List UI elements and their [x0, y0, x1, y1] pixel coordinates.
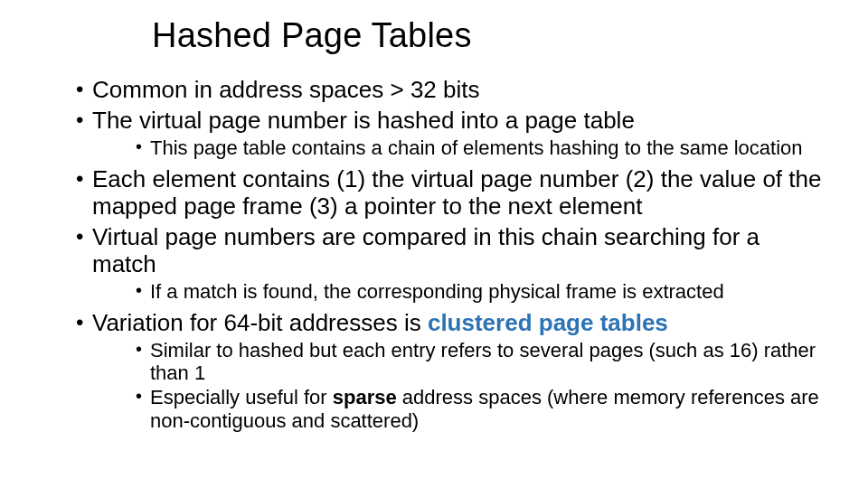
bullet-subitem: This page table contains a chain of elem…	[136, 136, 825, 159]
bullet-list-level2: If a match is found, the corresponding p…	[92, 280, 825, 303]
slide: Hashed Page Tables Common in address spa…	[0, 0, 868, 488]
bullet-item: Each element contains (1) the virtual pa…	[76, 166, 825, 221]
bullet-subtext: Especially useful for	[150, 386, 333, 408]
bullet-item: Variation for 64-bit addresses is cluste…	[76, 310, 825, 432]
bullet-item: The virtual page number is hashed into a…	[76, 108, 825, 159]
highlighted-term: clustered page tables	[428, 309, 668, 336]
bullet-subitem: Especially useful for sparse address spa…	[136, 386, 825, 432]
bullet-text: Variation for 64-bit addresses is	[92, 309, 428, 336]
slide-title: Hashed Page Tables	[152, 16, 825, 55]
bullet-list-level2: Similar to hashed but each entry refers …	[92, 339, 825, 432]
bullet-item: Virtual page numbers are compared in thi…	[76, 224, 825, 303]
bullet-subitem: If a match is found, the corresponding p…	[136, 280, 825, 303]
bullet-text: Virtual page numbers are compared in thi…	[92, 223, 760, 277]
bullet-list-level1: Common in address spaces > 32 bits The v…	[43, 77, 825, 432]
bold-term: sparse	[333, 386, 397, 408]
bullet-text: The virtual page number is hashed into a…	[92, 107, 635, 134]
bullet-subitem: Similar to hashed but each entry refers …	[136, 339, 825, 385]
bullet-item: Common in address spaces > 32 bits	[76, 77, 825, 104]
bullet-list-level2: This page table contains a chain of elem…	[92, 136, 825, 159]
